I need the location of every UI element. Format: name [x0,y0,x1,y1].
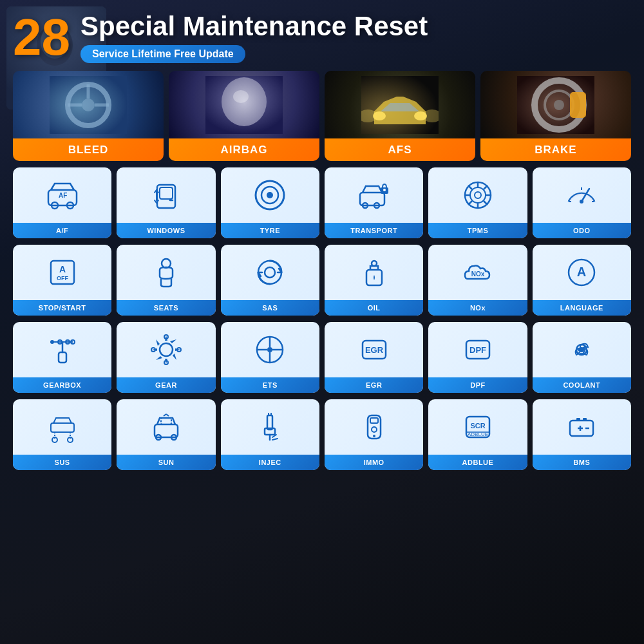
coolant-label: COOLANT [533,377,631,393]
afs-label: AFS [325,138,475,161]
injec-label: INJEC [221,455,319,470]
sas-label: SAS [221,300,319,316]
icon-card-egr[interactable]: EGR EGR [325,322,423,393]
feature-count: 28 [13,12,70,63]
afs-image [325,71,475,138]
featured-card-brake[interactable]: BRAKE [480,71,631,161]
svg-rect-108 [370,418,378,423]
icon-card-seats[interactable]: SEATS [117,245,215,316]
svg-rect-65 [59,352,66,363]
icon-card-oil[interactable]: OIL [325,245,423,316]
svg-point-88 [579,347,584,352]
icon-row-2: A OFF STOP/START SEATS [13,245,631,316]
featured-card-bleed[interactable]: BLEED [13,71,164,161]
gear-icon-wrapper [117,322,215,377]
svg-line-97 [166,414,169,416]
af-icon-wrapper: AF [13,167,111,223]
nox-icon-wrapper: NOx [428,245,527,300]
icon-card-gearbox[interactable]: GEARBOX [13,322,111,393]
icon-card-sus[interactable]: SUS [13,399,111,470]
coolant-icon-wrapper [533,322,631,377]
brake-label: BRAKE [480,138,631,161]
icon-row-1: AF A/F WINDOWS [13,167,631,238]
icon-card-injec[interactable]: INJEC [221,399,319,470]
transport-label: TRANSPORT [325,223,423,238]
ets-label: ETS [221,377,319,393]
svg-point-72 [160,343,173,356]
adblue-label: ADBLUE [428,455,527,470]
svg-text:ADBLUE: ADBLUE [468,431,488,437]
svg-line-47 [468,201,472,205]
icon-card-tyre[interactable]: TYRE [221,167,319,238]
svg-line-104 [272,439,278,440]
odo-icon-wrapper [533,167,631,223]
svg-point-50 [580,200,583,204]
brake-image [480,71,631,138]
ets-icon-wrapper [221,322,319,377]
featured-card-airbag[interactable]: AIRBAG [169,71,319,161]
windows-label: WINDOWS [117,223,215,238]
icon-card-language[interactable]: A LANGUAGE [533,245,631,316]
svg-point-61 [372,261,377,266]
svg-text:AF: AF [59,192,67,199]
svg-line-44 [468,185,472,189]
dpf-icon-wrapper: DPF [428,322,527,377]
odo-label: ODO [533,223,631,238]
bleed-label: BLEED [13,138,164,161]
adblue-icon-wrapper: SCR ADBLUE [428,399,527,455]
svg-text:A: A [577,265,586,279]
stopstart-label: STOP/START [13,300,111,316]
icon-card-coolant[interactable]: COOLANT [533,322,631,393]
svg-point-20 [554,100,564,110]
windows-icon-wrapper [117,167,215,223]
svg-point-78 [267,347,272,352]
svg-rect-117 [583,418,587,421]
header: 28 Special Maintenance Reset Service Lif… [13,12,631,63]
icon-card-adblue[interactable]: SCR ADBLUE ADBLUE [428,399,527,470]
icon-card-nox[interactable]: NOx NOx [428,245,527,316]
sun-label: SUN [117,455,215,470]
icon-card-stopstart[interactable]: A OFF STOP/START [13,245,111,316]
featured-cards-row: BLEED [13,71,631,161]
icon-card-af[interactable]: AF A/F [13,167,111,238]
svg-point-48 [475,192,481,198]
gear-label: GEAR [117,377,215,393]
icon-card-transport[interactable]: TRANSPORT [325,167,423,238]
icon-card-odo[interactable]: ODO [533,167,631,238]
sus-icon-wrapper [13,399,111,455]
injec-icon-wrapper [221,399,319,455]
icon-card-sas[interactable]: SAS [221,245,319,316]
language-label: LANGUAGE [533,300,631,316]
svg-rect-21 [570,92,586,118]
svg-rect-27 [160,187,173,199]
icon-card-immo[interactable]: IMMO [325,399,423,470]
svg-point-37 [383,189,386,191]
svg-text:EGR: EGR [365,345,384,355]
header-text-block: Special Maintenance Reset Service Lifeti… [80,12,428,63]
gearbox-label: GEARBOX [13,377,111,393]
featured-card-afs[interactable]: AFS [325,71,475,161]
icon-card-windows[interactable]: WINDOWS [117,167,215,238]
icon-row-4: SUS SUN [13,399,631,470]
icon-card-tpms[interactable]: TPMS [428,167,527,238]
immo-label: IMMO [325,455,423,470]
icon-card-sun[interactable]: SUN [117,399,215,470]
immo-icon-wrapper [325,399,423,455]
tyre-icon-wrapper [221,167,319,223]
icon-card-gear[interactable]: GEAR [117,322,215,393]
icon-card-ets[interactable]: ETS [221,322,319,393]
af-label: A/F [13,223,111,238]
svg-point-68 [50,340,54,344]
seats-label: SEATS [117,300,215,316]
icon-card-dpf[interactable]: DPF DPF [428,322,527,393]
bleed-image [13,71,164,138]
svg-rect-116 [576,418,580,421]
egr-icon-wrapper: EGR [325,322,423,377]
transport-icon-wrapper [325,167,423,223]
icon-card-bms[interactable]: BMS [533,399,631,470]
language-icon-wrapper: A [533,245,631,300]
svg-rect-100 [267,415,272,430]
svg-point-59 [265,267,275,278]
airbag-label: AIRBAG [169,138,319,161]
subtitle-badge: Service Lifetime Free Update [80,45,245,63]
